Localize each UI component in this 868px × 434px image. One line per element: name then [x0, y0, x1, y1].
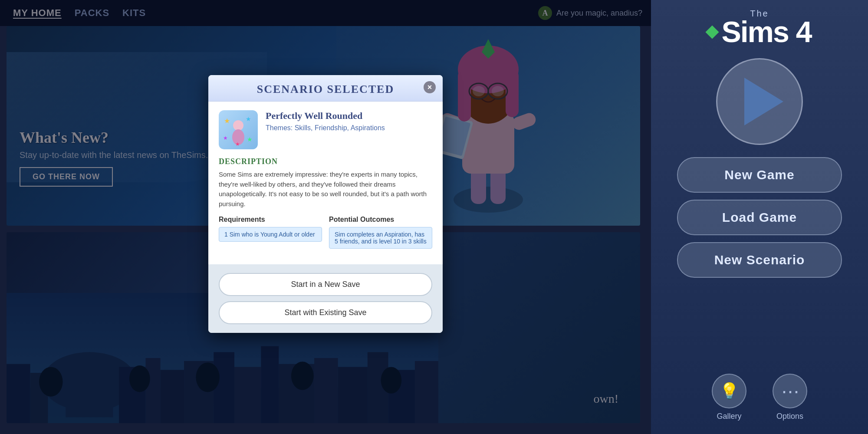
modal-header: Scenario Selected × — [208, 75, 443, 102]
scenario-name: Perfectly Well Rounded — [266, 110, 385, 122]
modal-close-button[interactable]: × — [424, 81, 436, 93]
modal-title: Scenario Selected — [217, 83, 434, 96]
requirements-title: Requirements — [219, 216, 322, 224]
scenario-modal: Scenario Selected × — [208, 75, 443, 333]
requirements-column: Requirements 1 Sim who is Young Adult or… — [219, 216, 322, 249]
svg-text:★: ★ — [224, 117, 230, 125]
play-triangle-icon — [744, 78, 783, 125]
right-panel: The Sims 4 New Game Load Game New Scenar… — [651, 0, 868, 434]
sims4-title: Sims 4 — [721, 19, 811, 45]
options-button[interactable]: ⋯ Options — [773, 374, 807, 421]
play-button[interactable] — [716, 58, 803, 145]
svg-text:★: ★ — [246, 116, 251, 122]
bottom-icons: 💡 Gallery ⋯ Options — [712, 374, 807, 421]
outcomes-title: Potential Outcomes — [329, 216, 432, 224]
outcomes-column: Potential Outcomes Sim completes an Aspi… — [329, 216, 432, 249]
modal-footer: Start in a New Save Start with Existing … — [208, 264, 443, 333]
outcome-tag: Sim completes an Aspiration, has 5 frien… — [329, 227, 432, 249]
scenario-details: Perfectly Well Rounded Themes: Skills, F… — [266, 110, 385, 132]
requirements-outcomes: Requirements 1 Sim who is Young Adult or… — [219, 216, 432, 249]
description-section: Description Some Sims are extremely impr… — [219, 157, 432, 209]
load-game-button[interactable]: Load Game — [677, 200, 842, 235]
gallery-button[interactable]: 💡 Gallery — [712, 374, 746, 421]
svg-text:★: ★ — [235, 141, 240, 147]
gallery-label: Gallery — [717, 412, 741, 421]
sims-diamond-icon — [706, 25, 719, 39]
svg-point-44 — [233, 120, 243, 131]
description-text: Some Sims are extremely impressive: they… — [219, 170, 432, 209]
options-label: Options — [776, 412, 803, 421]
new-scenario-button[interactable]: New Scenario — [677, 242, 842, 278]
new-game-button[interactable]: New Game — [677, 157, 842, 193]
svg-text:★: ★ — [223, 135, 228, 141]
scenario-icon: ★ ★ ★ ★ ★ — [219, 110, 258, 149]
gallery-icon: 💡 — [712, 374, 746, 408]
sims4-logo: The Sims 4 — [707, 9, 811, 45]
description-title: Description — [219, 157, 432, 166]
modal-overlay: Scenario Selected × — [0, 0, 651, 434]
scenario-themes: Themes: Skills, Friendship, Aspirations — [266, 124, 385, 132]
options-icon: ⋯ — [773, 374, 807, 408]
start-existing-save-button[interactable]: Start with Existing Save — [219, 301, 432, 324]
scenario-info: ★ ★ ★ ★ ★ Perfectly Well Rounded Themes:… — [219, 110, 432, 149]
modal-body: ★ ★ ★ ★ ★ Perfectly Well Rounded Themes:… — [208, 102, 443, 264]
svg-text:★: ★ — [247, 136, 253, 143]
start-new-save-button[interactable]: Start in a New Save — [219, 273, 432, 296]
requirement-tag: 1 Sim who is Young Adult or older — [219, 227, 322, 242]
